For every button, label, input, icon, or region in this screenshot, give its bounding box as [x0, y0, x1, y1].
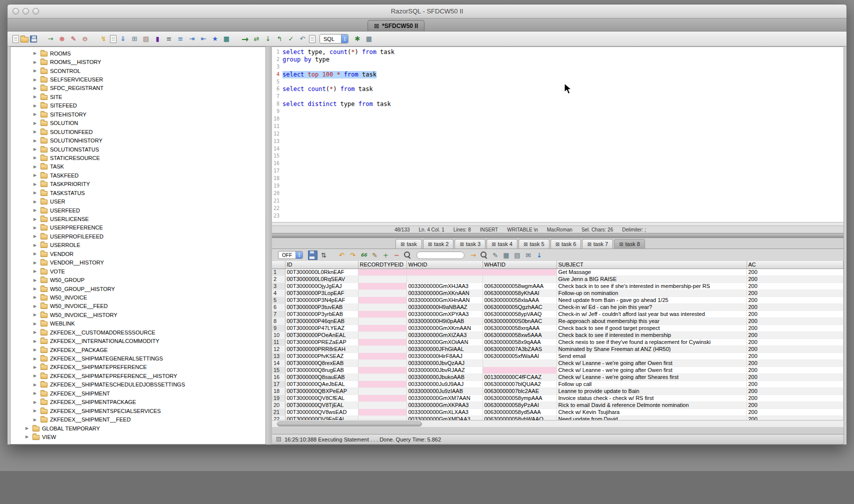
tree-item[interactable]: ▶ZKFEDEX__SHIPMENT__FEED [10, 415, 266, 424]
cell[interactable]: 006300000058yhWAAQ [482, 416, 556, 420]
cell[interactable] [358, 388, 406, 394]
cell[interactable]: 006300000058yd5AAA [482, 408, 556, 416]
cell[interactable]: 200 [746, 282, 844, 290]
disclosure-triangle-icon[interactable]: ▶ [34, 418, 38, 422]
disclosure-triangle-icon[interactable]: ▶ [34, 356, 38, 361]
disclosure-triangle-icon[interactable]: ▶ [34, 278, 38, 282]
disclosure-triangle-icon[interactable]: ▶ [34, 382, 38, 387]
table-row[interactable]: 500T3000000P3N4pEAF0033000000GmXHnAAN006… [272, 296, 844, 304]
cell[interactable]: Get Massage [556, 268, 746, 276]
vertical-splitter[interactable] [266, 46, 272, 444]
disclosure-triangle-icon[interactable]: ▶ [34, 339, 38, 344]
cell[interactable]: 0033000000JFhGlAAL [406, 346, 482, 352]
zoom-button[interactable] [32, 8, 39, 14]
database-tree-panel[interactable]: ▶ROOMS▶ROOMS__HISTORY▶SCONTROL▶SELFSERVI… [10, 46, 266, 444]
editor-line[interactable]: 18 [273, 175, 844, 182]
tree-item[interactable]: ▶ZKFEDEX__SHIPMATEPREFERENCE__HISTORY [10, 372, 266, 380]
column-header[interactable]: ID [285, 261, 358, 268]
editor-line[interactable]: 23 [273, 212, 844, 220]
cell[interactable]: 006300000058xlaAAA [482, 296, 556, 304]
column-header[interactable]: AC [746, 261, 844, 268]
tree-item[interactable]: ▶SOLUTIONSTATUS [10, 145, 266, 154]
limit-combo[interactable]: OFF ▲▼ [278, 251, 303, 259]
disclosure-triangle-icon[interactable]: ▶ [34, 138, 38, 143]
save-icon[interactable] [30, 36, 37, 42]
cell[interactable]: 00T3000000P3LopEAF [285, 290, 358, 296]
cell[interactable]: 006300000058x9qAAA [482, 338, 556, 346]
cell[interactable] [358, 366, 406, 374]
disclosure-triangle-icon[interactable]: ▶ [34, 200, 38, 204]
tree-item[interactable]: ▶ZKFEDEX__SHIPMATEPREFERENCE [10, 363, 266, 372]
tree-item[interactable]: ▶W50_GROUP__HISTORY [10, 284, 266, 293]
sql-editor[interactable]: 1select type, count(*) from task2group b… [272, 47, 844, 222]
tree-item[interactable]: ▶SOLUTIONHISTORY [10, 136, 266, 144]
column-header[interactable]: WHATID [482, 261, 556, 268]
cell[interactable] [358, 290, 406, 296]
result-tab[interactable]: ⊠task 2 [423, 239, 454, 248]
cell[interactable]: 200 [746, 304, 844, 310]
cell[interactable]: 0033000000GmXOiAAN [406, 338, 482, 346]
cell[interactable]: Check-in w/ Jeff - couldn't afford last … [556, 310, 746, 318]
editor-hscrollbar[interactable] [272, 222, 844, 226]
run-icon[interactable]: → [240, 34, 250, 44]
tree-item[interactable]: ▶SOLUTIONFEED [10, 128, 266, 136]
tree-item[interactable]: ▶SOLUTION [10, 119, 266, 128]
open-file-icon[interactable] [20, 37, 28, 42]
disclosure-triangle-icon[interactable]: ▶ [34, 182, 38, 186]
describe-icon[interactable]: ≡ [164, 34, 174, 44]
cell[interactable]: Check back to see if good target prospec… [556, 324, 746, 332]
find-icon[interactable] [403, 250, 412, 260]
table-view-icon[interactable]: ▦ [364, 34, 374, 44]
disclosure-triangle-icon[interactable]: ▶ [34, 94, 38, 99]
cell[interactable]: 200 [746, 394, 844, 402]
editor-line[interactable]: 22 [273, 205, 844, 212]
minimize-button[interactable] [22, 8, 29, 14]
editor-line[interactable]: 9 [273, 108, 844, 116]
tree-item[interactable]: ▶VENDOR__HISTORY [10, 258, 266, 267]
disclosure-triangle-icon[interactable]: ▶ [34, 365, 38, 370]
tree-item[interactable]: ▶USERPREFERENCE [10, 224, 266, 232]
close-tab-icon[interactable]: ⊠ [460, 242, 464, 247]
cell[interactable]: 200 [746, 352, 844, 360]
preferences-icon[interactable]: ✱ [352, 34, 362, 44]
editor-line[interactable]: 4select top 100 * from task [273, 71, 844, 78]
cell[interactable] [358, 296, 406, 304]
close-tab-icon[interactable]: ⊠ [492, 242, 496, 247]
cell[interactable] [482, 268, 556, 276]
cell[interactable]: 006300000058yPzAAI [482, 402, 556, 408]
cell[interactable] [358, 346, 406, 352]
cell[interactable] [358, 352, 406, 360]
cell[interactable]: Need update from David [556, 416, 746, 420]
cell[interactable]: 00T3000000QV8CfEAL [285, 394, 358, 402]
tree-item[interactable]: ▶ROOMS [10, 49, 266, 58]
fetch-next-icon[interactable]: ↓ [263, 34, 273, 44]
scrollbar-thumb[interactable] [277, 422, 422, 426]
horizontal-splitter[interactable] [272, 233, 844, 238]
disclosure-triangle-icon[interactable]: ▶ [34, 304, 38, 308]
tree-item[interactable]: ▶STATICRESOURCE [10, 154, 266, 162]
tree-item[interactable]: ▶VENDOR [10, 250, 266, 258]
cell[interactable]: 0033000000JbvRJAAZ [406, 366, 482, 374]
cell[interactable]: 00T3000000Q8sauEAB [285, 374, 358, 380]
cell[interactable]: 00T3000000P47LYEAZ [285, 324, 358, 332]
table-row[interactable]: 2100T3000000QV8wsEAD0033000000GmXLXAA300… [272, 408, 844, 416]
tree-item[interactable]: ▶W50_GROUP [10, 276, 266, 284]
editor-line[interactable]: 6select count(*) from task [273, 86, 844, 93]
tree-item[interactable]: ▶SITE [10, 92, 266, 101]
result-tab[interactable]: ⊠task 7 [582, 239, 613, 248]
table-row[interactable]: 1700T3000000QAeJbEAL0033000000Ju9J9AAJ00… [272, 380, 844, 388]
tree-item[interactable]: ▶W50_INVOICE [10, 293, 266, 302]
close-tab-icon[interactable]: ⊠ [556, 242, 560, 247]
titlebar[interactable]: RazorSQL - SFDCW50 II [8, 4, 846, 18]
cell[interactable] [358, 338, 406, 346]
editor-line[interactable]: 5 [273, 78, 844, 86]
disclosure-triangle-icon[interactable]: ▶ [34, 243, 38, 248]
cell[interactable] [482, 276, 556, 282]
column-header[interactable]: RECORDTYPEID [358, 261, 406, 268]
disclosure-triangle-icon[interactable]: ▶ [34, 374, 38, 378]
cell[interactable] [358, 360, 406, 366]
cell[interactable]: 200 [746, 338, 844, 346]
cell[interactable]: 200 [746, 366, 844, 374]
schema-browser-icon[interactable]: ▮ [152, 34, 162, 44]
tree-item[interactable]: ▶USERPROFILEFEED [10, 232, 266, 240]
